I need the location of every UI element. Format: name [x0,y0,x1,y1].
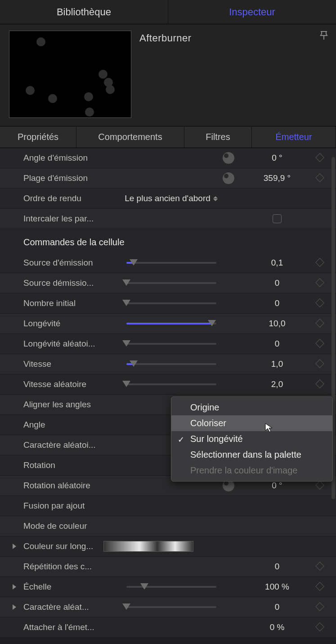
slider[interactable] [126,383,216,385]
label: Source démissio... [23,278,99,288]
param-scale-rand: Caractère aléat... 0 [0,597,336,617]
label: Plage d'émission [23,173,99,183]
slider[interactable] [126,343,216,345]
label: Intercaler les par... [23,214,99,224]
slider[interactable] [126,282,216,284]
slider[interactable] [126,323,216,324]
label: Source d'émission [23,258,99,268]
label: Attacher à l'émet... [23,622,99,632]
label: Angle [23,420,99,430]
slider[interactable] [126,606,216,608]
label: Longévité [23,319,99,329]
chevron-updown-icon [213,196,218,201]
keyframe-icon[interactable] [315,258,324,267]
keyframe-icon[interactable] [315,339,324,348]
sub-tabs: Propriétés Comportements Filtres Émetteu… [0,126,336,148]
keyframe-icon[interactable] [315,379,324,388]
keyframe-icon[interactable] [315,278,324,287]
label: Mode de couleur [23,521,99,531]
label: Échelle [23,582,99,592]
label: Vitesse aléatoire [23,379,99,389]
tab-emitter[interactable]: Émetteur [252,126,336,148]
label: Nombre initial [23,298,99,308]
keyframe-icon[interactable] [315,562,324,571]
label: Répétition des c... [23,562,99,572]
menu-item-origin[interactable]: Origine [171,400,332,415]
menu-item-over-life[interactable]: ✓ Sur longévité [171,431,332,447]
value[interactable]: 1,0 [243,359,311,369]
value[interactable]: 100 % [243,582,311,592]
value[interactable]: 0 ° [243,153,311,163]
rotary-dial[interactable] [223,152,234,164]
header: Afterburner [0,24,336,126]
keyframe-icon[interactable] [315,481,324,490]
rotary-dial[interactable] [223,172,234,184]
keyframe-icon[interactable] [315,582,324,591]
object-title: Afterburner [139,31,192,44]
keyframe-icon[interactable] [315,298,324,307]
param-birth-rate: Source d'émission 0,1 [0,253,336,273]
label: Rotation [23,460,99,470]
label: Fusion par ajout [23,501,99,511]
param-attach-emitter: Attacher à l'émet... 0 % [0,617,336,638]
value[interactable]: 359,9 ° [243,173,311,183]
value[interactable]: 0,1 [243,258,311,268]
chevron-right-icon[interactable] [13,584,16,590]
value[interactable]: 0 [243,562,311,572]
value[interactable]: 10,0 [243,319,311,329]
label: Ordre de rendu [23,194,99,203]
tab-library[interactable]: Bibliothèque [0,0,168,24]
slider[interactable] [126,363,216,365]
value[interactable]: 0 [243,278,311,288]
check-icon: ✓ [178,435,184,445]
value[interactable]: 0 % [243,622,311,632]
slider[interactable] [126,586,216,588]
select-value: Le plus ancien d'abord [125,194,211,203]
menu-item-label: Sur longévité [190,434,243,444]
keyframe-icon[interactable] [315,359,324,368]
keyframe-icon[interactable] [315,153,324,162]
chevron-right-icon[interactable] [13,604,16,610]
slider[interactable] [126,262,216,264]
param-angle-emission: Angle d'émission 0 ° [0,148,336,168]
param-render-order: Ordre de rendu Le plus ancien d'abord [0,189,336,209]
color-mode-menu: Origine Coloriser ✓ Sur longévité Sélect… [171,396,333,482]
value[interactable]: 2,0 [243,379,311,389]
tab-properties[interactable]: Propriétés [0,126,76,148]
select-render-order[interactable]: Le plus ancien d'abord [125,194,218,203]
label: Caractère aléat... [23,602,99,612]
param-scale: Échelle 100 % [0,577,336,597]
keyframe-icon[interactable] [315,622,324,631]
pin-icon[interactable] [320,31,328,43]
value[interactable]: 0 [243,602,311,612]
keyframe-icon[interactable] [315,319,324,328]
gradient-swatch[interactable] [103,541,193,552]
preview-thumbnail [9,31,131,118]
param-color-repeat: Répétition des c... 0 [0,557,336,577]
param-additive-blend: Fusion par ajout [0,496,336,516]
value[interactable]: 0 ° [243,481,311,491]
keyframe-icon[interactable] [315,173,324,182]
label: Rotation aléatoire [23,481,99,491]
label: Couleur sur long... [23,541,99,551]
menu-item-colorize[interactable]: Coloriser [171,415,332,431]
label: Caractère aléatoi... [23,440,99,450]
param-color-over-life: Couleur sur long... [0,536,336,557]
chevron-right-icon[interactable] [13,544,16,549]
label: Aligner les angles [23,400,99,410]
checkbox[interactable] [273,214,282,223]
value[interactable]: 0 [243,339,311,349]
slider[interactable] [126,302,216,304]
param-life: Longévité 10,0 [0,314,336,334]
section-cell-controls: Commandes de la cellule [0,229,336,253]
keyframe-icon[interactable] [315,602,324,611]
label: Angle d'émission [23,153,99,163]
menu-item-from-image: Prendre la couleur d'image [171,463,332,478]
tab-filters[interactable]: Filtres [184,126,252,148]
value[interactable]: 0 [243,298,311,308]
param-birth-rate-rand: Source démissio... 0 [0,273,336,293]
tab-behaviors[interactable]: Comportements [76,126,184,148]
label: Longévité aléatoi... [23,339,99,349]
menu-item-palette[interactable]: Sélectionner dans la palette [171,447,332,463]
tab-inspector[interactable]: Inspecteur [168,0,336,24]
